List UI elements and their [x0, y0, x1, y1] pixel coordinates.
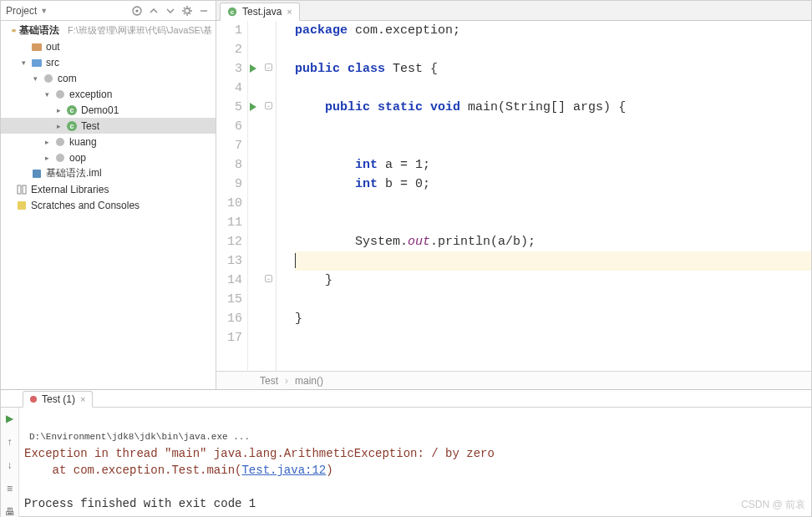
project-view-title[interactable]: Project	[6, 5, 37, 17]
console-line: Process finished with exit code 1	[24, 497, 256, 510]
scroll-down-icon[interactable]: ↓	[4, 459, 16, 471]
package-icon	[54, 152, 66, 164]
locate-icon[interactable]	[130, 4, 144, 18]
svg-text:c: c	[69, 106, 74, 114]
status-error-icon	[30, 396, 37, 403]
expand-all-icon[interactable]	[147, 4, 160, 18]
console-line: Exception in thread "main" java.lang.Ari…	[24, 447, 495, 460]
run-tab-test[interactable]: Test (1) ×	[23, 391, 93, 408]
tree-label: oop	[69, 152, 86, 164]
svg-point-22	[56, 154, 64, 162]
soft-wrap-icon[interactable]: ≡	[4, 483, 16, 494]
tree-file-iml[interactable]: · 基础语法.iml	[1, 165, 216, 181]
run-gutter	[248, 21, 261, 371]
class-icon: c	[227, 7, 237, 17]
svg-text:c: c	[69, 122, 74, 130]
tree-package-com[interactable]: ▾ com	[1, 70, 216, 86]
tree-folder-src[interactable]: ▾ src	[1, 54, 216, 70]
fold-gutter: - - -	[261, 21, 277, 371]
gear-icon[interactable]	[180, 4, 194, 18]
svg-rect-23	[33, 170, 41, 178]
folder-icon	[31, 57, 43, 68]
tree-label: External Libraries	[31, 184, 109, 195]
scroll-up-icon[interactable]: ↑	[4, 436, 16, 448]
project-tree[interactable]: ▾ 基础语法 F:\班级管理\网课班\代码\JavaSE\基 ▸ out ▾ s…	[1, 21, 216, 389]
code-editor[interactable]: 1 2 3 4 5 6 7 8 9 10 11 12 13 14	[216, 21, 811, 371]
library-icon	[16, 184, 28, 195]
breadcrumb: Test › main()	[216, 371, 811, 389]
module-icon	[12, 25, 16, 37]
rerun-icon[interactable]: ▶	[4, 413, 16, 424]
run-tool-window: Test (1) × ▶ ↑ ↓ ≡ 🖶 D:\Environment\jdk8…	[1, 389, 811, 516]
package-icon	[54, 89, 66, 100]
chevron-right-icon: ›	[285, 375, 288, 387]
breadcrumb-method[interactable]: main()	[295, 375, 323, 387]
chevron-down-icon[interactable]: ▼	[40, 7, 48, 15]
fold-icon[interactable]: -	[265, 275, 272, 282]
tree-folder-out[interactable]: ▸ out	[1, 38, 216, 54]
fold-icon[interactable]: -	[265, 102, 272, 109]
tree-package-kuang[interactable]: ▸ kuang	[1, 134, 216, 150]
module-file-icon	[31, 168, 43, 180]
run-tabs: Test (1) ×	[1, 390, 811, 408]
close-icon[interactable]: ×	[287, 7, 292, 17]
run-toolbar: ▶ ↑ ↓ ≡ 🖶	[1, 408, 19, 517]
tree-class-test[interactable]: ▸ c Test	[1, 118, 216, 134]
svg-line-8	[190, 13, 190, 13]
svg-point-15	[44, 74, 53, 83]
svg-point-21	[56, 138, 64, 146]
svg-rect-13	[32, 43, 42, 51]
svg-line-7	[184, 8, 185, 8]
tab-test-java[interactable]: c Test.java ×	[220, 3, 300, 21]
current-line	[295, 251, 811, 271]
tree-label: src	[46, 57, 59, 68]
console-line: at com.exception.Test.main(Test.java:12)	[24, 464, 333, 477]
tree-label: Scratches and Consoles	[31, 200, 140, 211]
tree-package-exception[interactable]: ▾ exception	[1, 86, 216, 102]
caret-icon	[295, 253, 296, 268]
line-number-gutter: 1 2 3 4 5 6 7 8 9 10 11 12 13 14	[216, 21, 248, 371]
project-tool-header: Project ▼	[1, 1, 216, 21]
editor-tabs: c Test.java ×	[216, 1, 811, 21]
console-output[interactable]: D:\Environment\jdk8\jdk\bin\java.exe ...…	[19, 408, 811, 517]
tree-label: exception	[69, 89, 112, 100]
package-icon	[54, 136, 66, 148]
editor-area: c Test.java × 1 2 3 4 5 6 7 8	[216, 1, 811, 389]
close-icon[interactable]: ×	[80, 394, 85, 404]
tree-path: F:\班级管理\网课班\代码\JavaSE\基	[68, 24, 212, 37]
tree-label: kuang	[69, 136, 97, 148]
code-body[interactable]: package com.exception; public class Test…	[277, 21, 811, 371]
tree-label: out	[46, 41, 60, 53]
svg-text:c: c	[231, 8, 235, 16]
print-icon[interactable]: 🖶	[4, 506, 16, 517]
tree-label: 基础语法	[19, 23, 59, 38]
svg-rect-24	[18, 185, 21, 194]
tree-external-libraries[interactable]: ▸ External Libraries	[1, 181, 216, 197]
tree-label: 基础语法.iml	[46, 166, 102, 180]
fold-icon[interactable]: -	[265, 63, 272, 71]
stacktrace-link[interactable]: Test.java:12	[241, 464, 326, 477]
breadcrumb-class[interactable]: Test	[260, 375, 278, 387]
tree-module-root[interactable]: ▾ 基础语法 F:\班级管理\网课班\代码\JavaSE\基	[1, 23, 216, 38]
hide-icon[interactable]	[197, 4, 211, 18]
package-icon	[43, 73, 54, 84]
class-icon: c	[66, 120, 78, 132]
run-icon[interactable]	[250, 103, 256, 111]
svg-point-2	[185, 8, 190, 13]
project-tool-window: Project ▼ ▾ 基础语法 F:\班级管理\网课班\代码\JavaSE\基…	[1, 1, 216, 389]
tree-label: com	[58, 73, 77, 84]
tree-scratches[interactable]: ▸ Scratches and Consoles	[1, 197, 216, 213]
console-line: D:\Environment\jdk8\jdk\bin\java.exe ...	[29, 432, 250, 442]
svg-point-16	[56, 90, 64, 99]
tree-class-demo01[interactable]: ▸ c Demo01	[1, 102, 216, 118]
tree-package-oop[interactable]: ▸ oop	[1, 150, 216, 165]
run-tab-label: Test (1)	[42, 393, 75, 405]
class-icon: c	[66, 104, 78, 116]
svg-line-9	[184, 13, 185, 13]
run-icon[interactable]	[250, 64, 256, 73]
collapse-all-icon[interactable]	[164, 4, 177, 18]
svg-point-1	[135, 9, 138, 12]
svg-rect-25	[23, 185, 26, 194]
watermark: CSDN @ 前哀	[741, 498, 805, 512]
tab-label: Test.java	[242, 6, 282, 18]
